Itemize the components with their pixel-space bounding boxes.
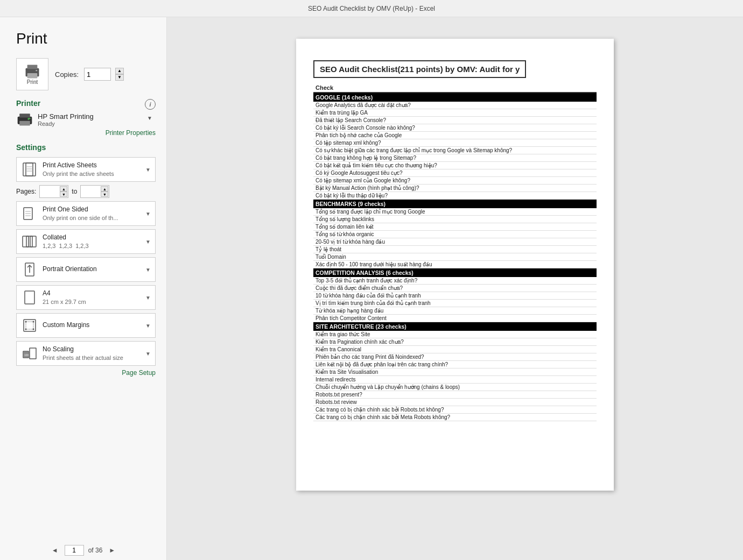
setting-margins[interactable]: Custom Margins ▼ xyxy=(16,313,156,338)
pages-to-input[interactable] xyxy=(81,186,101,197)
scaling-title: No Scaling xyxy=(43,345,143,354)
setting-one-sided[interactable]: Print One Sided Only print on one side o… xyxy=(16,201,156,226)
table-row: Các trang có bị chặn chính xác bởi Robot… xyxy=(313,406,597,414)
next-page-arrow[interactable]: ► xyxy=(107,545,117,555)
table-row: Phiên bản cho các trang Print đã Noindex… xyxy=(313,353,597,361)
paper-icon xyxy=(21,289,38,306)
section-row: BENCHMARKS (9 checks) xyxy=(313,200,597,209)
table-row: Có bật kết quả tìm kiếm tiêu cực cho thư… xyxy=(313,162,597,169)
sided-icon xyxy=(21,205,38,222)
setting-text-portrait: Portrait Orientation xyxy=(43,265,143,274)
svg-rect-5 xyxy=(19,114,30,117)
printer-section-header: Printer i xyxy=(16,99,156,108)
pages-to-up[interactable]: ▲ xyxy=(101,186,108,192)
paper-subtitle: 21 cm x 29.7 cm xyxy=(43,298,143,306)
setting-collated[interactable]: Collated 1,2,3 1,2,3 1,2,3 ▼ xyxy=(16,229,156,254)
one-sided-title: Print One Sided xyxy=(43,205,143,214)
setting-text-one-sided: Print One Sided Only print on one side o… xyxy=(43,205,143,222)
pages-from-up[interactable]: ▲ xyxy=(60,186,67,192)
table-row: Tuổi Domain xyxy=(313,253,597,261)
setting-active-sheets[interactable]: Print Active Sheets Only print the activ… xyxy=(16,157,156,182)
print-button[interactable]: Print xyxy=(16,58,48,90)
pages-from-input[interactable] xyxy=(40,186,60,197)
active-sheets-subtitle: Only print the active sheets xyxy=(43,170,143,178)
svg-rect-2 xyxy=(27,73,38,78)
svg-point-29 xyxy=(33,329,34,330)
preview-doc-title: SEO Audit Checklist(211 points) by OMV: … xyxy=(313,60,526,78)
active-sheets-title: Print Active Sheets xyxy=(43,161,143,170)
copies-down[interactable]: ▼ xyxy=(115,74,124,81)
page-title: Print xyxy=(16,30,156,47)
table-row: Kiểm tra Pagination chính xác chưa? xyxy=(313,338,597,346)
copies-row: Print Copies: ▲ ▼ xyxy=(16,58,156,90)
settings-section-header: Settings xyxy=(16,143,156,152)
pages-from-down[interactable]: ▼ xyxy=(60,192,67,197)
table-row: Liên kết nội bộ đã được phân loại trên c… xyxy=(313,361,597,368)
svg-rect-9 xyxy=(23,163,33,176)
section-row: COMPETITION ANALYSIS (6 checks) xyxy=(313,268,597,278)
info-icon[interactable]: i xyxy=(145,99,156,110)
svg-rect-1 xyxy=(27,65,38,69)
svg-rect-18 xyxy=(23,236,29,247)
main-layout: Print Print Copies: ▲ ▼ xyxy=(0,17,743,560)
page-setup-link[interactable]: Page Setup xyxy=(16,369,156,377)
printer-info: HP Smart Printing Ready xyxy=(38,112,143,127)
setting-paper-size[interactable]: A4 21 cm x 29.7 cm ▼ xyxy=(16,285,156,310)
pages-to-down[interactable]: ▼ xyxy=(101,192,108,197)
table-row: Phân tích Competitor Content xyxy=(313,315,597,322)
table-row: 20-50 vị trí từ khóa hàng đầu xyxy=(313,238,597,246)
section-row: GOOGLE (14 checks) xyxy=(313,93,597,102)
top-bar: SEO Audit Checklist by OMV (ReUp) - Exce… xyxy=(0,0,743,17)
current-page-input[interactable] xyxy=(65,545,84,556)
table-row: Robots.txt review xyxy=(313,399,597,406)
table-row: Internal redirects xyxy=(313,376,597,384)
table-row: Top 3-5 đối thủ cạnh tranh được xác định… xyxy=(313,277,597,285)
table-row: Google Analytics đã được cài đặt chưa? xyxy=(313,102,597,109)
table-row: Kiểm tra trùng lặp GA xyxy=(313,109,597,117)
svg-rect-6 xyxy=(19,121,30,126)
printer-row: HP Smart Printing Ready ▼ xyxy=(16,112,156,127)
paper-title: A4 xyxy=(43,289,143,298)
svg-point-28 xyxy=(25,329,27,330)
table-row: Đã thiết lập Search Console? xyxy=(313,117,597,124)
printer-name: HP Smart Printing xyxy=(38,112,143,120)
margins-arrow: ▼ xyxy=(145,323,151,329)
print-label: Print xyxy=(27,79,38,85)
table-row: Kiểm tra giao thức Site xyxy=(313,331,597,338)
table-row: Từ khóa xếp hạng hàng đầu xyxy=(313,307,597,315)
svg-rect-19 xyxy=(26,236,32,247)
table-row: Có tệp sitemap xml không? xyxy=(313,139,597,147)
table-row: Chuỗi chuyển hướng và Lặp chuyển hướng (… xyxy=(313,384,597,391)
portrait-title: Portrait Orientation xyxy=(43,265,143,274)
sheets-icon xyxy=(21,161,38,178)
pages-label: Pages: xyxy=(16,188,36,195)
table-row: Cuộc thi đã được điểm chuẩn chưa? xyxy=(313,285,597,292)
svg-rect-8 xyxy=(29,118,31,119)
scaling-subtitle: Print sheets at their actual size xyxy=(43,354,143,361)
setting-portrait[interactable]: Portrait Orientation ▼ xyxy=(16,257,156,282)
table-row: Robots.txt present? xyxy=(313,391,597,399)
table-row: 10 từ khóa hàng đầu của đối thủ cạnh tra… xyxy=(313,292,597,300)
margins-title: Custom Margins xyxy=(43,321,143,330)
printer-dropdown[interactable]: ▼ xyxy=(147,115,156,124)
paper-arrow: ▼ xyxy=(145,295,151,301)
table-row: Bật ký Manual Action (hình phạt thủ công… xyxy=(313,185,597,192)
copies-input[interactable] xyxy=(84,68,111,81)
copies-label: Copies: xyxy=(55,70,79,79)
copies-up[interactable]: ▲ xyxy=(115,68,124,74)
svg-rect-10 xyxy=(26,163,36,176)
printer-icon xyxy=(16,112,33,127)
right-panel: SEO Audit Checklist(211 points) by OMV: … xyxy=(167,17,743,560)
printer-properties-link[interactable]: Printer Properties xyxy=(16,129,156,137)
orient-icon xyxy=(21,261,38,278)
svg-text:100: 100 xyxy=(24,353,29,357)
prev-page-arrow[interactable]: ◄ xyxy=(50,545,60,555)
svg-rect-23 xyxy=(25,291,34,304)
collated-arrow: ▼ xyxy=(145,239,151,245)
one-sided-arrow: ▼ xyxy=(145,211,151,217)
pages-to-label: to xyxy=(72,188,77,195)
scaling-icon: 100 xyxy=(21,345,38,362)
table-row: Có bật trang không hợp lệ trong Sitemap? xyxy=(313,154,597,162)
setting-scaling[interactable]: 100 No Scaling Print sheets at their act… xyxy=(16,341,156,366)
page-total: of 36 xyxy=(88,547,103,554)
